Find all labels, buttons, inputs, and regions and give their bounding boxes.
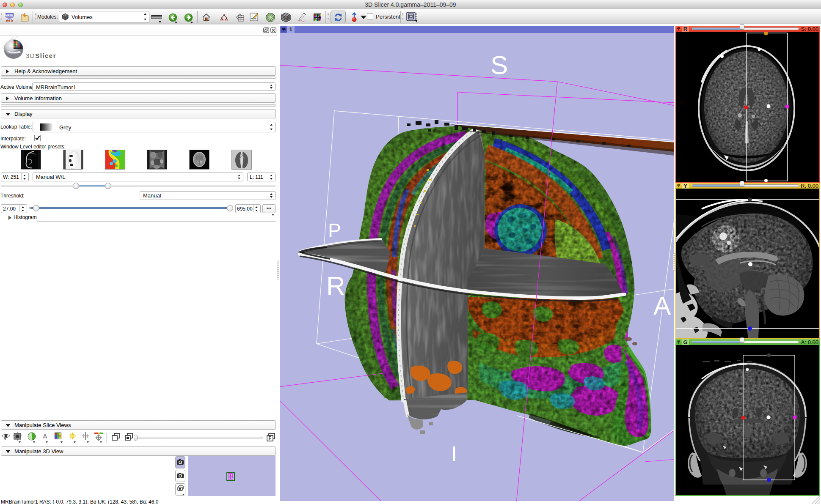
svg-text:A: A xyxy=(653,291,671,320)
svg-text:F: F xyxy=(269,436,271,441)
svg-text:P: P xyxy=(328,219,341,241)
svg-text:S: S xyxy=(490,50,508,79)
svg-text:3DSlicer: 3DSlicer xyxy=(26,52,56,59)
svg-text:MRML: MRML xyxy=(5,14,14,17)
svg-text:A: A xyxy=(43,433,47,440)
svg-text:I: I xyxy=(451,442,457,466)
svg-text:R: R xyxy=(326,271,345,300)
